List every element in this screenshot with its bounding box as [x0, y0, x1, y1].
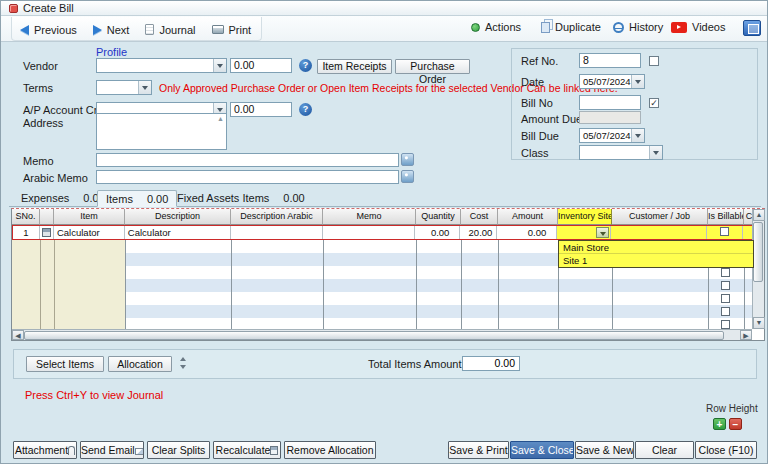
scroll-right-icon[interactable]: ▶ [740, 330, 752, 340]
dropdown-option-main-store[interactable]: Main Store [559, 241, 753, 254]
vendor-amount-field[interactable]: 0.00 [230, 58, 292, 73]
chevron-down-icon[interactable] [649, 146, 662, 159]
col-header-item[interactable]: Item [54, 209, 125, 225]
col-header-description[interactable]: Description [125, 209, 231, 225]
billable-checkbox[interactable] [721, 268, 730, 277]
vertical-scrollbar[interactable]: ▲ ▼ [752, 209, 764, 329]
row1-amount[interactable]: 0.00 [497, 226, 557, 239]
clear-button[interactable]: Clear [635, 441, 694, 459]
save-close-button[interactable]: Save & Close [510, 441, 574, 459]
chevron-down-icon[interactable] [631, 75, 644, 88]
toolbar-nav-group: Previous Next Journal Print [11, 17, 262, 41]
ref-no-checkbox[interactable] [649, 56, 659, 66]
save-print-button[interactable]: Save & Print [448, 441, 509, 459]
row1-billable-checkbox[interactable] [720, 227, 729, 236]
site-dropdown-button[interactable] [596, 227, 609, 238]
col-header-description-arabic[interactable]: Description Arabic [231, 209, 323, 225]
col-header-is-billable[interactable]: Is Billable? [708, 209, 744, 225]
next-button[interactable]: Next [93, 24, 130, 36]
chevron-down-icon[interactable] [631, 129, 644, 142]
window-restore-button[interactable] [743, 20, 761, 36]
ap-amount-field[interactable]: 0.00 [230, 102, 292, 117]
chevron-down-icon[interactable] [213, 59, 226, 72]
row1-icon-cell [40, 226, 54, 239]
row1-inventory-site-cell[interactable] [557, 226, 611, 239]
scroll-down-icon[interactable]: ▼ [753, 317, 765, 329]
address-textarea[interactable] [96, 113, 227, 150]
row1-item[interactable]: Calculator [54, 226, 125, 239]
dropdown-option-site-1[interactable]: Site 1 [559, 254, 753, 267]
remove-allocation-button[interactable]: Remove Allocation [284, 441, 376, 459]
actions-icon [471, 23, 480, 32]
save-new-button[interactable]: Save & New [575, 441, 634, 459]
find-icon[interactable] [401, 170, 414, 183]
previous-button[interactable]: Previous [20, 24, 77, 36]
tab-fixed-assets-items[interactable]: Fixed Assets Items 0.00 [169, 190, 313, 207]
print-button[interactable]: Print [212, 24, 252, 36]
class-combo[interactable] [579, 145, 663, 160]
spinner-up-icon[interactable] [180, 357, 186, 361]
billable-checkbox[interactable] [721, 281, 730, 290]
purchase-order-button[interactable]: Purchase Order [395, 59, 470, 74]
col-header-sno[interactable]: SNo. [12, 209, 40, 225]
profile-section-label: Profile [96, 46, 127, 58]
col-header-amount[interactable]: Amount [498, 209, 558, 225]
bill-no-label: Bill No [521, 97, 553, 109]
col-header-quantity[interactable]: Quantity [416, 209, 461, 225]
allocation-button[interactable]: Allocation [108, 356, 172, 372]
chevron-down-icon[interactable] [138, 81, 151, 94]
row1-memo[interactable] [323, 226, 416, 239]
ref-no-label: Ref No. [521, 55, 558, 67]
col-header-memo[interactable]: Memo [323, 209, 416, 225]
col-header-cost[interactable]: Cost [461, 209, 498, 225]
bill-no-checkbox[interactable]: ✓ [649, 98, 659, 108]
vendor-help-icon[interactable]: ? [299, 59, 312, 72]
ap-help-icon[interactable]: ? [299, 103, 312, 116]
billable-checkbox[interactable] [721, 307, 730, 316]
scroll-left-icon[interactable]: ◀ [12, 330, 24, 340]
ref-no-field[interactable]: 8 [579, 53, 641, 68]
row1-quantity[interactable]: 0.00 [415, 226, 460, 239]
memo-field[interactable] [96, 153, 399, 167]
actions-button[interactable]: Actions [471, 21, 521, 33]
scroll-up-icon[interactable]: ▲ [753, 209, 765, 221]
arabic-memo-field[interactable] [96, 170, 399, 184]
history-button[interactable]: History [613, 21, 663, 33]
find-icon[interactable] [401, 153, 414, 166]
row1-description[interactable]: Calculator [125, 226, 231, 239]
date-combo[interactable]: 05/07/2024 [579, 74, 645, 89]
items-table: SNo. Item Description Description Arabic… [11, 208, 765, 341]
clear-splits-button[interactable]: Clear Splits [147, 441, 210, 459]
recalculate-button[interactable]: Recalculate [213, 441, 281, 459]
bill-due-combo[interactable]: 05/07/2024 [579, 128, 645, 143]
scrollbar-thumb[interactable] [24, 331, 724, 340]
row-height-increase-button[interactable]: + [713, 418, 726, 430]
journal-button[interactable]: Journal [145, 24, 195, 36]
vendor-combo[interactable] [96, 58, 227, 73]
select-items-button[interactable]: Select Items [26, 356, 104, 372]
send-email-button[interactable]: Send Email [80, 441, 144, 459]
item-receipts-button[interactable]: Item Receipts [317, 59, 392, 74]
tab-items[interactable]: Items 0.00 [97, 190, 177, 207]
attachment-button[interactable]: Attachment [13, 441, 77, 459]
col-header-customer-job[interactable]: Customer / Job [612, 209, 708, 225]
horizontal-scrollbar[interactable]: ◀ ▶ [12, 329, 752, 340]
terms-combo[interactable] [96, 80, 152, 95]
row-height-decrease-button[interactable]: − [729, 418, 742, 430]
close-button[interactable]: Close (F10) [695, 441, 757, 459]
table-row[interactable]: 1 Calculator Calculator 0.00 20.00 0.00 [12, 225, 754, 240]
col-header-icon[interactable] [40, 209, 54, 225]
duplicate-button[interactable]: Duplicate [541, 21, 601, 33]
col-header-inventory-site[interactable]: Inventory Site [558, 209, 612, 225]
bill-no-field[interactable] [579, 95, 641, 110]
billable-checkbox[interactable] [721, 294, 730, 303]
videos-button[interactable]: Videos [671, 21, 725, 33]
row1-customer-job[interactable] [611, 226, 707, 239]
total-items-amount-field[interactable]: 0.00 [462, 356, 520, 371]
row1-description-arabic[interactable] [231, 226, 323, 239]
spinner-down-icon[interactable] [180, 365, 186, 369]
row1-cost[interactable]: 20.00 [460, 226, 497, 239]
scroll-up-icon[interactable]: ▲ [217, 115, 224, 122]
scrollbar-thumb[interactable] [753, 222, 763, 282]
billable-checkbox[interactable] [721, 320, 730, 329]
